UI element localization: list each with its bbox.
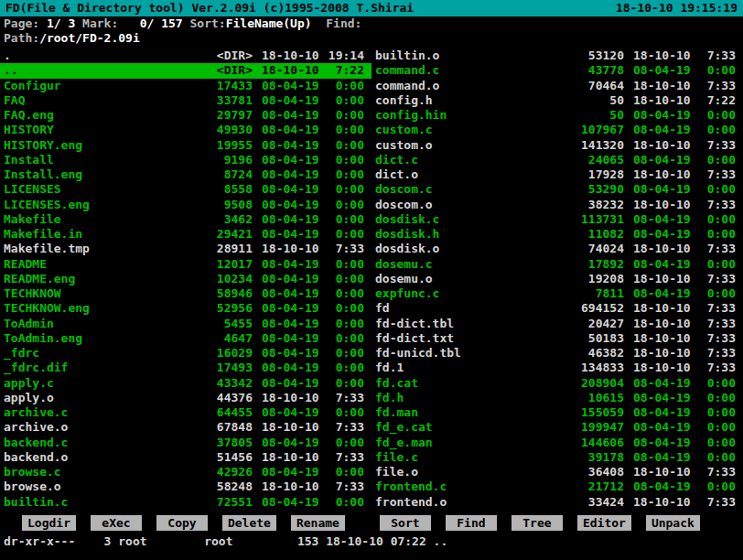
file-row[interactable]: fd-dict.txt5018318-10-107:33: [372, 331, 743, 346]
file-row[interactable]: Makefile.tmp2891118-10-107:33: [0, 242, 372, 256]
file-row[interactable]: Makefile.in2942108-04-190:00: [0, 227, 372, 242]
file-row[interactable]: dosdisk.h1108208-04-190:00: [372, 227, 743, 242]
file-row[interactable]: TECHKNOW.eng5295608-04-190:00: [0, 301, 372, 316]
file-time: 0:00: [697, 153, 736, 167]
file-row[interactable]: dosemu.o1920818-10-107:33: [372, 272, 743, 286]
file-row[interactable]: dict.o1792818-10-107:33: [372, 167, 743, 182]
file-row[interactable]: fd-dict.tbl2042718-10-107:33: [372, 317, 743, 331]
button-sort[interactable]: Sort: [380, 515, 431, 531]
button-delete[interactable]: Delete: [222, 515, 276, 531]
file-time: 0:00: [326, 93, 364, 108]
file-row[interactable]: archive.c6445508-04-190:00: [0, 405, 372, 420]
file-row[interactable]: Install919608-04-190:00: [0, 153, 372, 167]
file-size: 5455: [161, 317, 253, 331]
file-row[interactable]: LICENSES.eng950808-04-190:00: [0, 198, 372, 212]
file-time: 0:00: [326, 331, 364, 346]
file-row[interactable]: README1201708-04-190:00: [0, 257, 372, 272]
file-size: 9196: [161, 153, 253, 167]
file-row[interactable]: expfunc.c781108-04-190:00: [372, 286, 743, 301]
file-name: config.h: [375, 93, 533, 108]
file-row[interactable]: config.hin5008-04-190:00: [372, 108, 743, 123]
file-name: frontend.o: [375, 495, 533, 510]
file-row[interactable]: command.o7046418-10-107:33: [372, 79, 743, 93]
file-name: README.eng: [4, 272, 161, 286]
file-time: 0:00: [326, 346, 364, 361]
file-row[interactable]: dict.c2406508-04-190:00: [372, 153, 743, 167]
file-row[interactable]: archive.o6784818-10-107:33: [0, 420, 372, 435]
file-row[interactable]: Install.eng872408-04-190:00: [0, 167, 372, 182]
file-name: HISTORY.eng: [4, 138, 161, 153]
file-row[interactable]: HISTORY.eng1995508-04-190:00: [0, 138, 372, 153]
button-editor[interactable]: Editor: [577, 515, 631, 531]
file-row[interactable]: ToAdmin545508-04-190:00: [0, 317, 372, 331]
button-unpack[interactable]: Unpack: [646, 515, 700, 531]
file-time: 0:00: [326, 182, 364, 197]
file-row[interactable]: _fdrc.dif1749308-04-190:00: [0, 361, 372, 375]
file-size: <DIR>: [161, 48, 253, 63]
file-row[interactable]: ..<DIR>18-10-107:22: [0, 63, 372, 78]
file-row[interactable]: FAQ3378108-04-190:00: [0, 93, 372, 108]
file-row[interactable]: README.eng1023408-04-190:00: [0, 272, 372, 286]
file-date: 08-04-19: [633, 123, 697, 137]
file-row[interactable]: fd.113483318-10-107:33: [372, 361, 743, 375]
file-row[interactable]: doscom.o3823218-10-107:33: [372, 198, 743, 212]
button-exec[interactable]: eXec: [91, 515, 142, 531]
file-row[interactable]: HISTORY4993008-04-190:00: [0, 123, 372, 137]
file-row[interactable]: ToAdmin.eng464708-04-190:00: [0, 331, 372, 346]
file-row[interactable]: custom.o14132018-10-107:33: [372, 138, 743, 153]
file-row[interactable]: LICENSES855808-04-190:00: [0, 182, 372, 197]
file-row[interactable]: fd.cat20890408-04-190:00: [372, 376, 743, 391]
file-name: fd.1: [375, 361, 533, 375]
file-row[interactable]: file.c3917808-04-190:00: [372, 450, 743, 465]
file-row[interactable]: apply.c4334208-04-190:00: [0, 376, 372, 391]
file-row[interactable]: Configur1743308-04-190:00: [0, 79, 372, 93]
button-find[interactable]: Find: [446, 515, 497, 531]
file-row[interactable]: fd-unicd.tbl4638218-10-107:33: [372, 346, 743, 361]
file-row[interactable]: dosdisk.c11373108-04-190:00: [372, 212, 743, 227]
file-date: 08-04-19: [633, 63, 697, 78]
file-row[interactable]: fd69415218-10-107:33: [372, 301, 743, 316]
file-row[interactable]: file.o3640818-10-107:33: [372, 465, 743, 479]
file-row[interactable]: doscom.c5329008-04-190:00: [372, 182, 743, 197]
file-row[interactable]: dosemu.c1789208-04-190:00: [372, 257, 743, 272]
file-row[interactable]: Makefile346208-04-190:00: [0, 212, 372, 227]
file-row[interactable]: browse.c4292608-04-190:00: [0, 465, 372, 479]
file-row[interactable]: backend.o5145618-10-107:33: [0, 450, 372, 465]
file-time: 0:00: [326, 212, 364, 227]
file-name: LICENSES: [4, 182, 161, 197]
file-row[interactable]: browse.o5824818-10-107:33: [0, 479, 372, 494]
button-tree[interactable]: Tree: [511, 515, 563, 531]
file-row[interactable]: command.c4377808-04-190:00: [372, 63, 743, 78]
file-time: 7:33: [697, 242, 736, 256]
file-time: 0:00: [326, 227, 364, 242]
button-copy[interactable]: Copy: [156, 515, 208, 531]
file-row[interactable]: builtin.c7255108-04-190:00: [0, 495, 372, 510]
file-name: file.c: [375, 450, 533, 465]
file-name: ..: [4, 63, 161, 78]
file-row[interactable]: fd.man15505908-04-190:00: [372, 405, 743, 420]
file-row[interactable]: frontend.c2171208-04-190:00: [372, 479, 743, 494]
file-row[interactable]: custom.c10796708-04-190:00: [372, 123, 743, 137]
file-time: 7:33: [697, 198, 736, 212]
file-row[interactable]: apply.o4437618-10-107:33: [0, 391, 372, 405]
file-row[interactable]: .<DIR>18-10-1019:14: [0, 48, 372, 63]
file-row[interactable]: _fdrc1602908-04-190:00: [0, 346, 372, 361]
file-time: 0:00: [326, 272, 364, 286]
file-date: 08-04-19: [633, 257, 697, 272]
file-date: 18-10-10: [633, 301, 697, 316]
file-size: 17928: [533, 167, 624, 182]
file-row[interactable]: backend.c3780508-04-190:00: [0, 436, 372, 450]
file-row[interactable]: dosdisk.o7402418-10-107:33: [372, 242, 743, 256]
file-row[interactable]: TECHKNOW5894608-04-190:00: [0, 286, 372, 301]
file-row[interactable]: fd_e.cat19994708-04-190:00: [372, 420, 743, 435]
file-row[interactable]: config.h5018-10-107:22: [372, 93, 743, 108]
file-row[interactable]: builtin.o5312018-10-107:33: [372, 48, 743, 63]
file-row[interactable]: fd.h1061508-04-190:00: [372, 391, 743, 405]
button-rename[interactable]: Rename: [291, 515, 345, 531]
file-date: 08-04-19: [262, 405, 326, 420]
file-row[interactable]: fd_e.man14460608-04-190:00: [372, 436, 743, 450]
button-logdir[interactable]: Logdir: [22, 515, 76, 531]
file-row[interactable]: frontend.o3342418-10-107:33: [372, 495, 743, 510]
find-label: Find:: [312, 16, 362, 30]
file-row[interactable]: FAQ.eng2979708-04-190:00: [0, 108, 372, 123]
